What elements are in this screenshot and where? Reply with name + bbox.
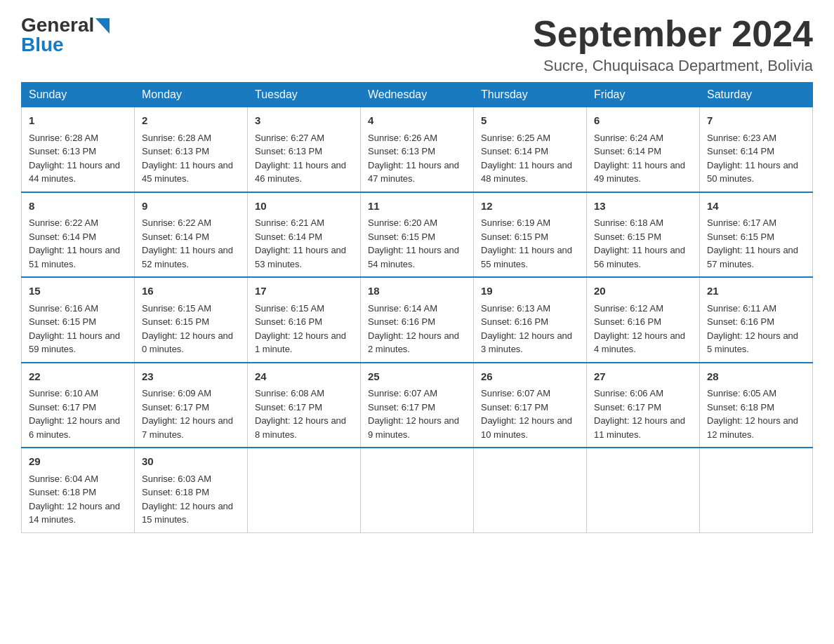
calendar-day-cell: 26Sunrise: 6:07 AMSunset: 6:17 PMDayligh… (474, 363, 587, 448)
calendar-day-cell: 13Sunrise: 6:18 AMSunset: 6:15 PMDayligh… (587, 192, 700, 278)
day-info: Sunrise: 6:18 AMSunset: 6:15 PMDaylight:… (594, 216, 692, 271)
calendar-day-cell (361, 448, 474, 532)
day-number: 3 (255, 113, 353, 129)
header-saturday: Saturday (700, 83, 813, 107)
calendar-day-cell: 21Sunrise: 6:11 AMSunset: 6:16 PMDayligh… (700, 277, 813, 363)
day-info: Sunrise: 6:15 AMSunset: 6:15 PMDaylight:… (142, 302, 240, 356)
day-number: 28 (707, 369, 805, 385)
day-number: 30 (142, 454, 240, 470)
day-info: Sunrise: 6:20 AMSunset: 6:15 PMDaylight:… (368, 216, 466, 271)
day-info: Sunrise: 6:11 AMSunset: 6:16 PMDaylight:… (707, 302, 805, 356)
calendar-day-cell: 17Sunrise: 6:15 AMSunset: 6:16 PMDayligh… (248, 277, 361, 363)
day-number: 12 (481, 199, 579, 215)
calendar-day-cell: 15Sunrise: 6:16 AMSunset: 6:15 PMDayligh… (22, 277, 135, 363)
day-number: 22 (29, 369, 127, 385)
calendar-day-cell: 16Sunrise: 6:15 AMSunset: 6:15 PMDayligh… (135, 277, 248, 363)
calendar-week-row: 1Sunrise: 6:28 AMSunset: 6:13 PMDaylight… (22, 107, 813, 192)
calendar-header-row: SundayMondayTuesdayWednesdayThursdayFrid… (22, 83, 813, 107)
day-info: Sunrise: 6:03 AMSunset: 6:18 PMDaylight:… (142, 472, 240, 527)
calendar-day-cell: 11Sunrise: 6:20 AMSunset: 6:15 PMDayligh… (361, 192, 474, 278)
day-number: 23 (142, 369, 240, 385)
day-info: Sunrise: 6:24 AMSunset: 6:14 PMDaylight:… (594, 131, 692, 186)
calendar-day-cell: 22Sunrise: 6:10 AMSunset: 6:17 PMDayligh… (22, 363, 135, 448)
day-info: Sunrise: 6:08 AMSunset: 6:17 PMDaylight:… (255, 387, 353, 441)
day-number: 10 (255, 199, 353, 215)
day-info: Sunrise: 6:07 AMSunset: 6:17 PMDaylight:… (481, 387, 579, 441)
day-info: Sunrise: 6:17 AMSunset: 6:15 PMDaylight:… (707, 216, 805, 271)
logo-blue: Blue (21, 34, 64, 56)
day-number: 16 (142, 283, 240, 300)
calendar-day-cell: 1Sunrise: 6:28 AMSunset: 6:13 PMDaylight… (22, 107, 135, 192)
day-info: Sunrise: 6:07 AMSunset: 6:17 PMDaylight:… (368, 387, 466, 441)
header-wednesday: Wednesday (361, 83, 474, 107)
day-info: Sunrise: 6:10 AMSunset: 6:17 PMDaylight:… (29, 387, 127, 441)
day-number: 17 (255, 283, 353, 300)
title-area: September 2024 Sucre, Chuquisaca Departm… (533, 14, 813, 75)
svg-marker-0 (95, 18, 110, 34)
day-info: Sunrise: 6:06 AMSunset: 6:17 PMDaylight:… (594, 387, 692, 441)
day-number: 25 (368, 369, 466, 385)
day-info: Sunrise: 6:05 AMSunset: 6:18 PMDaylight:… (707, 387, 805, 441)
day-info: Sunrise: 6:13 AMSunset: 6:16 PMDaylight:… (481, 302, 579, 356)
day-number: 7 (707, 113, 805, 129)
day-number: 24 (255, 369, 353, 385)
calendar-day-cell: 30Sunrise: 6:03 AMSunset: 6:18 PMDayligh… (135, 448, 248, 532)
calendar-day-cell: 6Sunrise: 6:24 AMSunset: 6:14 PMDaylight… (587, 107, 700, 192)
day-number: 9 (142, 199, 240, 215)
day-number: 1 (29, 113, 127, 129)
day-number: 27 (594, 369, 692, 385)
calendar-day-cell: 12Sunrise: 6:19 AMSunset: 6:15 PMDayligh… (474, 192, 587, 278)
logo-triangle-icon (95, 18, 110, 34)
day-number: 15 (29, 283, 127, 300)
calendar-week-row: 29Sunrise: 6:04 AMSunset: 6:18 PMDayligh… (22, 448, 813, 532)
day-number: 21 (707, 283, 805, 300)
calendar-day-cell: 18Sunrise: 6:14 AMSunset: 6:16 PMDayligh… (361, 277, 474, 363)
day-number: 26 (481, 369, 579, 385)
calendar-day-cell: 3Sunrise: 6:27 AMSunset: 6:13 PMDaylight… (248, 107, 361, 192)
calendar-day-cell (700, 448, 813, 532)
calendar-week-row: 15Sunrise: 6:16 AMSunset: 6:15 PMDayligh… (22, 277, 813, 363)
header-sunday: Sunday (22, 83, 135, 107)
calendar-day-cell: 4Sunrise: 6:26 AMSunset: 6:13 PMDaylight… (361, 107, 474, 192)
calendar-day-cell: 28Sunrise: 6:05 AMSunset: 6:18 PMDayligh… (700, 363, 813, 448)
calendar-week-row: 8Sunrise: 6:22 AMSunset: 6:14 PMDaylight… (22, 192, 813, 278)
day-info: Sunrise: 6:22 AMSunset: 6:14 PMDaylight:… (29, 216, 127, 271)
day-number: 13 (594, 199, 692, 215)
calendar-day-cell: 8Sunrise: 6:22 AMSunset: 6:14 PMDaylight… (22, 192, 135, 278)
calendar-day-cell: 2Sunrise: 6:28 AMSunset: 6:13 PMDaylight… (135, 107, 248, 192)
day-info: Sunrise: 6:14 AMSunset: 6:16 PMDaylight:… (368, 302, 466, 356)
day-number: 4 (368, 113, 466, 129)
calendar-day-cell: 23Sunrise: 6:09 AMSunset: 6:17 PMDayligh… (135, 363, 248, 448)
calendar-day-cell (587, 448, 700, 532)
day-number: 8 (29, 199, 127, 215)
calendar-day-cell (474, 448, 587, 532)
day-info: Sunrise: 6:12 AMSunset: 6:16 PMDaylight:… (594, 302, 692, 356)
calendar-day-cell: 19Sunrise: 6:13 AMSunset: 6:16 PMDayligh… (474, 277, 587, 363)
calendar-day-cell: 9Sunrise: 6:22 AMSunset: 6:14 PMDaylight… (135, 192, 248, 278)
calendar-day-cell (248, 448, 361, 532)
day-number: 6 (594, 113, 692, 129)
header-friday: Friday (587, 83, 700, 107)
day-info: Sunrise: 6:04 AMSunset: 6:18 PMDaylight:… (29, 472, 127, 527)
day-info: Sunrise: 6:22 AMSunset: 6:14 PMDaylight:… (142, 216, 240, 271)
header-thursday: Thursday (474, 83, 587, 107)
day-number: 20 (594, 283, 692, 300)
calendar-table: SundayMondayTuesdayWednesdayThursdayFrid… (21, 82, 813, 533)
day-number: 18 (368, 283, 466, 300)
day-info: Sunrise: 6:27 AMSunset: 6:13 PMDaylight:… (255, 131, 353, 186)
day-info: Sunrise: 6:26 AMSunset: 6:13 PMDaylight:… (368, 131, 466, 186)
calendar-day-cell: 10Sunrise: 6:21 AMSunset: 6:14 PMDayligh… (248, 192, 361, 278)
calendar-day-cell: 24Sunrise: 6:08 AMSunset: 6:17 PMDayligh… (248, 363, 361, 448)
calendar-day-cell: 5Sunrise: 6:25 AMSunset: 6:14 PMDaylight… (474, 107, 587, 192)
header-monday: Monday (135, 83, 248, 107)
month-year-title: September 2024 (533, 14, 813, 54)
day-info: Sunrise: 6:25 AMSunset: 6:14 PMDaylight:… (481, 131, 579, 186)
header-tuesday: Tuesday (248, 83, 361, 107)
day-info: Sunrise: 6:28 AMSunset: 6:13 PMDaylight:… (142, 131, 240, 186)
calendar-day-cell: 27Sunrise: 6:06 AMSunset: 6:17 PMDayligh… (587, 363, 700, 448)
day-number: 29 (29, 454, 127, 470)
day-info: Sunrise: 6:16 AMSunset: 6:15 PMDaylight:… (29, 302, 127, 356)
day-number: 2 (142, 113, 240, 129)
day-info: Sunrise: 6:21 AMSunset: 6:14 PMDaylight:… (255, 216, 353, 271)
day-info: Sunrise: 6:28 AMSunset: 6:13 PMDaylight:… (29, 131, 127, 186)
